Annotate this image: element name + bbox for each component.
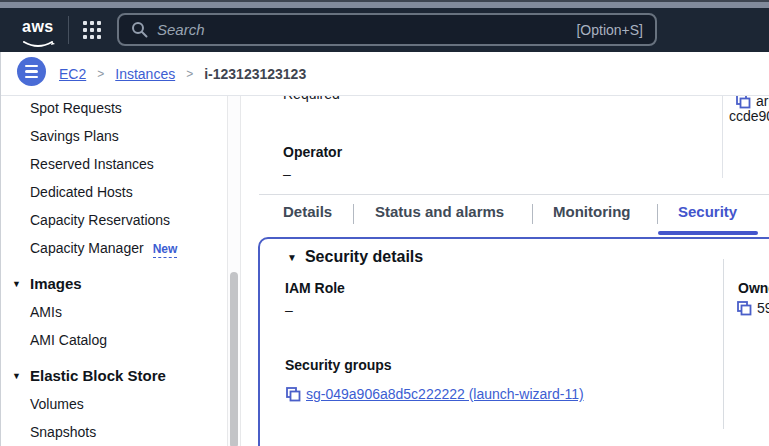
chevron-right-icon: > — [97, 67, 104, 81]
sidebar-item-dedicated-hosts[interactable]: Dedicated Hosts — [0, 178, 226, 206]
breadcrumb: EC2 > Instances > i-123123123123 — [59, 52, 306, 96]
sidebar-scrollbar-track[interactable] — [227, 96, 241, 446]
new-badge: New — [153, 242, 178, 258]
sidebar-section-elastic-block-store[interactable]: ▼ Elastic Block Store — [0, 362, 226, 390]
hamburger-icon — [25, 65, 38, 68]
sidebar-item-spot-requests[interactable]: Spot Requests — [0, 94, 226, 122]
breadcrumb-current-instance-id: i-123123123123 — [204, 66, 306, 82]
security-details-expander[interactable]: ▼ Security details — [287, 248, 423, 266]
security-group-link[interactable]: sg-049a906a8d5c222222 (launch-wizard-11) — [306, 386, 584, 402]
active-tab-indicator — [658, 231, 758, 235]
app-grid-icon[interactable] — [83, 21, 101, 39]
iam-role-label: IAM Role — [285, 280, 345, 296]
owner-label: Owner — [738, 280, 769, 296]
main-content: Required Operator – arn ccde90 Details S… — [258, 96, 769, 446]
aws-header-bar: aws Search [Option+S] — [0, 8, 769, 52]
search-shortcut-hint: [Option+S] — [576, 22, 643, 38]
breadcrumb-link-ec2[interactable]: EC2 — [59, 66, 86, 82]
security-groups-label: Security groups — [285, 357, 392, 373]
copy-icon[interactable] — [285, 386, 301, 402]
sidebar-item-volumes[interactable]: Volumes — [0, 390, 226, 418]
tab-status-and-alarms[interactable]: Status and alarms — [375, 203, 504, 220]
panel-bottom-border — [259, 194, 769, 195]
sidebar-item-amis[interactable]: AMIs — [0, 298, 226, 326]
owner-value: 599 — [757, 300, 769, 316]
operator-value: – — [283, 166, 291, 182]
tab-monitoring[interactable]: Monitoring — [553, 203, 630, 220]
sidebar-item-capacity-reservations[interactable]: Capacity Reservations — [0, 206, 226, 234]
section-title: Elastic Block Store — [30, 367, 166, 384]
ec2-sidebar-nav: Spot Requests Savings Plans Reserved Ins… — [0, 94, 226, 446]
search-icon — [131, 21, 148, 38]
security-group-row: sg-049a906a8d5c222222 (launch-wizard-11) — [285, 386, 584, 402]
aws-smile-icon — [22, 41, 56, 49]
tab-divider — [353, 204, 354, 224]
sidebar-menu-button[interactable] — [17, 57, 46, 86]
panel-column-divider — [722, 96, 723, 178]
tab-divider — [657, 204, 658, 224]
triangle-down-icon: ▼ — [12, 270, 21, 298]
sidebar-item-capacity-manager[interactable]: Capacity ManagerNew — [0, 234, 226, 262]
tab-details[interactable]: Details — [283, 203, 332, 220]
breadcrumb-bar: EC2 > Instances > i-123123123123 — [0, 52, 769, 96]
sidebar-item-ami-catalog[interactable]: AMI Catalog — [0, 326, 226, 354]
header-divider — [68, 16, 69, 44]
copy-icon[interactable] — [736, 300, 752, 316]
sidebar-scrollbar-thumb[interactable] — [230, 272, 238, 446]
aws-logo[interactable]: aws — [22, 19, 58, 45]
search-input[interactable]: Search [Option+S] — [117, 13, 657, 46]
arn-text-line2: ccde90 — [729, 108, 769, 124]
sidebar-item-savings-plans[interactable]: Savings Plans — [0, 122, 226, 150]
capacity-manager-label: Capacity Manager — [30, 240, 144, 256]
aws-console-page: aws Search [Option+S] EC2 > Instances — [0, 0, 769, 446]
triangle-down-icon: ▼ — [12, 362, 21, 390]
tab-divider — [532, 204, 533, 224]
aws-logo-text: aws — [22, 19, 58, 35]
security-column-divider — [723, 259, 724, 429]
breadcrumb-link-instances[interactable]: Instances — [115, 66, 175, 82]
security-details-container: ▼ Security details IAM Role – Security g… — [258, 237, 769, 446]
security-details-title: Security details — [305, 248, 423, 266]
operator-label: Operator — [283, 144, 342, 160]
sidebar-section-images[interactable]: ▼ Images — [0, 270, 226, 298]
chevron-right-icon: > — [186, 67, 193, 81]
owner-copy-row: 599 — [736, 300, 769, 316]
required-value: Required — [283, 96, 340, 102]
sidebar-item-reserved-instances[interactable]: Reserved Instances — [0, 150, 226, 178]
triangle-down-icon: ▼ — [287, 252, 297, 263]
search-placeholder: Search — [157, 21, 567, 38]
tab-security[interactable]: Security — [678, 203, 737, 220]
section-title: Images — [30, 275, 82, 292]
sidebar-item-snapshots[interactable]: Snapshots — [0, 418, 226, 446]
iam-role-value: – — [285, 302, 293, 318]
